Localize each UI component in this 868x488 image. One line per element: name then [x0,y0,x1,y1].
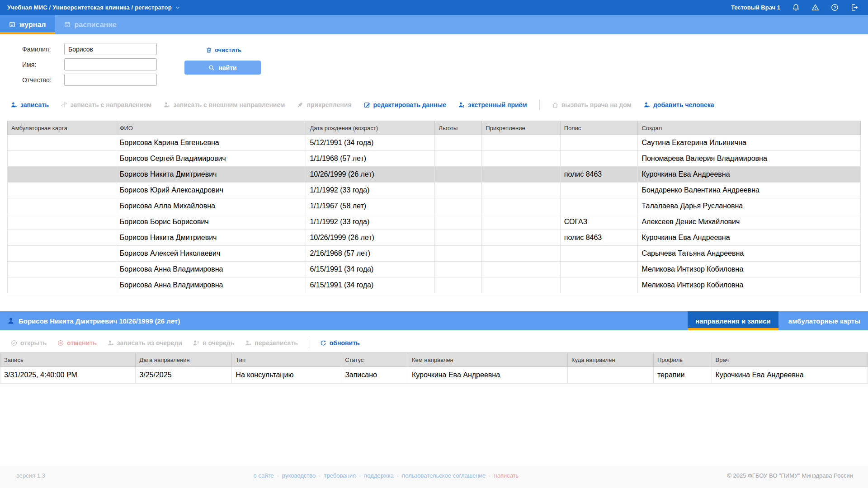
tab-schedule-label: расписание [75,21,117,29]
book-with-external-referral-button[interactable]: записать с внешним направлением [164,101,285,108]
table-cell [435,167,482,183]
call-doctor-home-button[interactable]: вызвать врача на дом [552,101,632,108]
book-with-referral-button-label: записать с направлением [71,101,151,108]
person-queue-icon [193,340,199,346]
toolbar-separator [539,100,540,110]
tab-outpatient-cards[interactable]: амбулаторные карты [781,311,868,330]
table-row[interactable]: Борисов Борис Борисович1/1/1992 (33 года… [8,214,861,230]
footer: версия 1.3 о сайте·руководство·требовани… [0,466,868,488]
help-icon[interactable]: ? [831,4,839,11]
signpost-icon [61,102,67,108]
column-header: Полис [560,121,638,135]
table-cell [435,183,482,198]
table-cell [8,214,116,230]
firstname-input[interactable] [64,58,157,70]
table-row[interactable]: Борисова Анна Владимировна6/15/1991 (34 … [8,277,861,293]
table-cell: Борисов Сергей Владимирович [116,151,306,167]
patronymic-label: Отчество: [22,76,64,84]
logout-icon[interactable] [850,4,858,11]
patients-toolbar: записатьзаписать с направлениемзаписать … [0,100,868,110]
table-cell: Алексеев Денис Михайлович [638,214,861,230]
user-name[interactable]: Тестовый Врач 1 [731,4,780,11]
table-cell: На консультацию [232,367,341,384]
attachments-button[interactable]: прикрепления [297,101,351,108]
table-row[interactable]: Борисов Юрий Александрович1/1/1992 (33 г… [8,183,861,198]
patronymic-input[interactable] [64,74,157,86]
surname-input[interactable] [64,43,157,55]
tab-journal[interactable]: журнал [0,15,55,34]
dot-separator: · [359,472,361,479]
table-cell [482,183,561,198]
table-row[interactable]: Борисов Алексей Николаевич2/16/1968 (57 … [8,246,861,262]
edit-icon [364,102,370,108]
warning-icon[interactable] [811,4,819,11]
person-alert-icon [458,102,465,108]
table-row[interactable]: Борисов Сергей Владимирович1/1/1968 (57 … [8,151,861,167]
footer-link[interactable]: требования [324,472,356,479]
check-circle-icon [11,340,17,346]
tab-cards-label: амбулаторные карты [788,317,860,325]
book-with-referral-button[interactable]: записать с направлением [61,101,151,108]
copyright: © 2025 ФГБОУ ВО "ПИМУ" Минздрава России [727,472,853,479]
column-header: Прикрепление [482,121,561,135]
footer-link[interactable]: о сайте [254,472,274,479]
attachments-button-label: прикрепления [307,101,351,108]
table-cell: Пономарева Валерия Владимировна [638,151,861,167]
table-cell: 10/26/1999 (26 лет) [306,230,435,246]
table-cell: 10/26/1999 (26 лет) [306,167,435,183]
refresh-button[interactable]: обновить [320,339,360,347]
table-cell: 3/25/2025 [136,367,232,384]
find-button[interactable]: найти [184,61,261,75]
cancel-button[interactable]: отменить [57,339,97,347]
to-queue-button[interactable]: в очередь [193,339,234,347]
column-header: Создал [638,121,861,135]
rebook-button[interactable]: перезаписать [245,339,297,347]
clear-button[interactable]: очистить [206,47,241,53]
table-cell: Борисова Анна Владимировна [116,262,306,277]
footer-link[interactable]: пользовательское соглашение [402,472,486,479]
table-cell: Сарычева Татьяна Андреевна [638,246,861,262]
breadcrumb-text: Учебная МИС / Университетская клиника / … [7,4,172,11]
open-button[interactable]: открыть [11,339,47,347]
table-row[interactable]: Борисова Анна Владимировна6/15/1991 (34 … [8,262,861,277]
table-row[interactable]: Борисова Карина Евгеньевна5/12/1991 (34 … [8,135,861,151]
footer-links: о сайте·руководство·требования·поддержка… [45,472,727,479]
to-queue-button-label: в очередь [203,339,234,347]
svg-text:?: ? [834,5,836,10]
table-row[interactable]: 3/31/2025, 4:40:00 PM3/25/2025На консуль… [0,367,868,384]
chevron-down-icon[interactable] [175,5,181,11]
book-from-queue-button[interactable]: записать из очереди [108,339,182,347]
column-header: Кем направлен [408,353,567,367]
column-header: Дата направления [136,353,232,367]
breadcrumb[interactable]: Учебная МИС / Университетская клиника / … [7,4,181,11]
schedule-calendar-icon [64,21,71,28]
topbar-icons: ? [792,4,858,11]
emergency-visit-button[interactable]: экстренный приём [458,101,527,108]
table-cell [482,198,561,214]
search-icon [208,65,215,71]
table-row[interactable]: Борисов Никита Дмитриевич10/26/1999 (26 … [8,167,861,183]
bell-icon[interactable] [792,4,800,11]
edit-data-button[interactable]: редактировать данные [364,101,446,108]
book-button[interactable]: записать [11,101,49,108]
selected-patient-bar: Борисов Никита Дмитриевич 10/26/1999 (26… [0,311,868,330]
footer-link[interactable]: написать [494,472,519,479]
table-cell: Саутина Екатерина Ильинична [638,135,861,151]
tab-referrals-and-appointments[interactable]: направления и записи [688,311,778,330]
table-row[interactable]: Борисова Алла Михайловна1/1/1967 (58 лет… [8,198,861,214]
table-cell [482,230,561,246]
footer-link[interactable]: поддержка [364,472,394,479]
table-cell: Борисов Алексей Николаевич [116,246,306,262]
table-cell: 1/1/1992 (33 года) [306,214,435,230]
column-header: Запись [0,353,136,367]
table-row[interactable]: Борисов Никита Дмитриевич10/26/1999 (26 … [8,230,861,246]
footer-link[interactable]: руководство [282,472,316,479]
tab-schedule[interactable]: расписание [55,15,126,34]
table-cell [482,214,561,230]
table-cell: Курочкина Ева Андреевна [712,367,868,384]
refresh-icon [320,340,326,346]
table-cell [8,198,116,214]
rebook-button-label: перезаписать [255,339,297,347]
add-person-button[interactable]: добавить человека [644,101,714,108]
column-header: Амбулаторная карта [8,121,116,135]
